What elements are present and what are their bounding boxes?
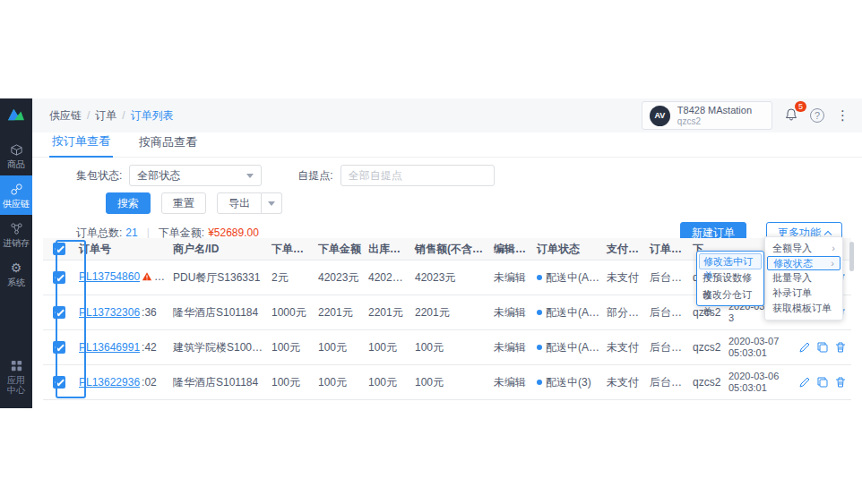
- header-outbound-amount: 出库金额: [365, 242, 411, 257]
- menu-item-get-template-order[interactable]: 获取模板订单: [765, 301, 842, 316]
- row-actions-cell: [795, 376, 845, 389]
- bundle-status-value: 全部状态: [137, 168, 180, 184]
- breadcrumb-orders[interactable]: 订单: [95, 108, 116, 124]
- sales-amount-cell: 42023元: [411, 270, 490, 286]
- operator-cell: qzcs2: [689, 376, 725, 389]
- user-menu[interactable]: AV T8428 MAstation qzcs2: [642, 101, 772, 130]
- breadcrumb-separator: /: [122, 109, 125, 122]
- export-button[interactable]: 导出: [217, 192, 262, 214]
- sidebar-item-products[interactable]: 商品: [0, 136, 32, 175]
- header-original-price: 下单原价: [268, 242, 315, 257]
- order-link[interactable]: PL13646991: [79, 341, 140, 354]
- pay-status-cell: 部分支付: [603, 305, 646, 320]
- outbound-amount-cell: 100元: [365, 375, 411, 390]
- breadcrumb: 供应链 / 订单 / 订单列表: [49, 108, 174, 124]
- sidebar-item-label: 供应链: [3, 199, 30, 209]
- delete-button[interactable]: [834, 341, 845, 354]
- filter-bar: 集包状态: 全部状态 自提点:: [76, 165, 862, 186]
- order-time-fragment: :36: [142, 306, 157, 319]
- edit-status-cell: 未编辑: [490, 375, 533, 390]
- help-button[interactable]: ?: [810, 108, 824, 123]
- chain-icon: [10, 183, 23, 196]
- order-source-cell: 后台下单: [646, 340, 689, 355]
- submenu-item-modify-selected[interactable]: 修改选中订单: [699, 253, 762, 269]
- menu-item-modify-status[interactable]: 修改状态 ›: [767, 256, 840, 270]
- user-info: T8428 MAstation qzcs2: [677, 105, 752, 126]
- sidebar-item-system[interactable]: ⚙ 系统: [0, 254, 32, 294]
- order-status-text: 配送中(A-1-1): [546, 306, 603, 319]
- row-checkbox[interactable]: [53, 376, 65, 389]
- pay-status-cell: 未支付: [603, 340, 646, 355]
- order-time-cell: 2020-03-07 05:03:01: [725, 336, 795, 359]
- merchant-cell: 隆华酒店S101184: [169, 375, 268, 390]
- search-button[interactable]: 搜索: [106, 192, 151, 214]
- order-source-cell: 后台下单: [646, 375, 689, 390]
- order-link[interactable]: PL13622936: [79, 376, 140, 389]
- breadcrumb-supply-chain[interactable]: 供应链: [49, 108, 82, 124]
- action-button-row: 搜索 重置 导出: [106, 192, 862, 214]
- notification-button[interactable]: 5: [784, 107, 798, 124]
- edit-button[interactable]: [798, 341, 811, 354]
- logo-icon: [6, 107, 26, 123]
- user-name: T8428 MAstation: [677, 105, 752, 116]
- main-content: 供应链 / 订单 / 订单列表 AV T8428 MAstation qzcs2: [32, 98, 862, 408]
- avatar: AV: [650, 106, 670, 126]
- row-checkbox-cell: [43, 341, 75, 354]
- edit-status-cell: 未编辑: [490, 305, 533, 320]
- order-count-value: 21: [125, 226, 137, 239]
- topbar-right: AV T8428 MAstation qzcs2 5 ? ⋮: [642, 101, 849, 130]
- order-status-text: 配送中(3): [546, 376, 591, 389]
- grid-icon: [10, 359, 23, 372]
- sidebar-item-inventory[interactable]: 进销存: [0, 215, 32, 254]
- header-merchant: 商户名/ID: [169, 242, 268, 257]
- menu-item-full-import[interactable]: 全额导入 ›: [765, 241, 842, 256]
- order-status-text: 配送中(A-1-1): [546, 341, 603, 354]
- row-checkbox[interactable]: [53, 341, 65, 354]
- submenu-arrow-icon: ›: [831, 257, 834, 269]
- header-edit-status: 编辑状态: [490, 242, 533, 257]
- operator-cell: qzcs2: [689, 341, 725, 354]
- row-checkbox-cell: [43, 271, 75, 284]
- export-dropdown-button[interactable]: [262, 192, 282, 214]
- order-source-cell: 后台下单: [646, 305, 689, 320]
- sidebar-item-supply-chain[interactable]: 供应链: [0, 175, 32, 215]
- sidebar-item-app-center[interactable]: 应用中心: [4, 352, 28, 401]
- reset-button[interactable]: 重置: [161, 192, 206, 214]
- menu-item-supplement-order[interactable]: 补录订单: [765, 286, 842, 301]
- order-link[interactable]: PL13732306: [79, 306, 140, 319]
- notification-badge: 5: [795, 101, 806, 112]
- select-all-checkbox[interactable]: [53, 243, 65, 255]
- app-window: 商品 供应链 进销存 ⚙ 系统: [0, 98, 862, 408]
- order-amount-cell: 42023元: [315, 270, 365, 286]
- copy-button[interactable]: [816, 341, 829, 354]
- submenu-item-modify-by-preset[interactable]: 按预设数修改: [697, 269, 763, 286]
- order-status-cell: 配送中(A-1-1): [533, 340, 603, 355]
- row-checkbox[interactable]: [53, 306, 65, 319]
- order-no-cell: PL13754860:41: [75, 270, 169, 285]
- edit-button[interactable]: [798, 376, 811, 389]
- menu-item-label: 修改状态: [773, 257, 813, 269]
- pickup-point-input[interactable]: [340, 165, 495, 186]
- more-features-menu: 全额导入 › 修改状态 › 批量导入 补录订单 获取模板订单: [764, 236, 843, 320]
- row-checkbox[interactable]: [53, 271, 65, 284]
- vertical-scrollbar-thumb[interactable]: [849, 242, 854, 271]
- delete-button[interactable]: [834, 376, 845, 389]
- sales-amount-cell: 100元: [411, 340, 490, 355]
- warning-icon: [142, 271, 152, 285]
- row-actions-cell: [795, 341, 845, 354]
- tab-order-view[interactable]: 按订单查看: [49, 133, 113, 158]
- view-tabs: 按订单查看 按商品查看: [32, 132, 862, 158]
- status-dot: [537, 275, 542, 280]
- pickup-point-label: 自提点:: [297, 168, 332, 184]
- tab-product-view[interactable]: 按商品查看: [136, 134, 200, 157]
- submenu-item-modify-split[interactable]: 修改分仓订单: [697, 286, 763, 303]
- outbound-amount-cell: 100元: [365, 340, 411, 355]
- sidebar-item-label: 进销存: [3, 238, 30, 248]
- order-link[interactable]: PL13754860: [79, 270, 140, 283]
- menu-item-batch-import[interactable]: 批量导入: [765, 270, 842, 286]
- order-status-cell: 配送中(A-1-1): [533, 305, 603, 320]
- copy-button[interactable]: [816, 376, 829, 389]
- row-checkbox-cell: [43, 306, 75, 319]
- bundle-status-select[interactable]: 全部状态: [129, 165, 262, 186]
- kebab-menu-icon[interactable]: ⋮: [836, 107, 849, 124]
